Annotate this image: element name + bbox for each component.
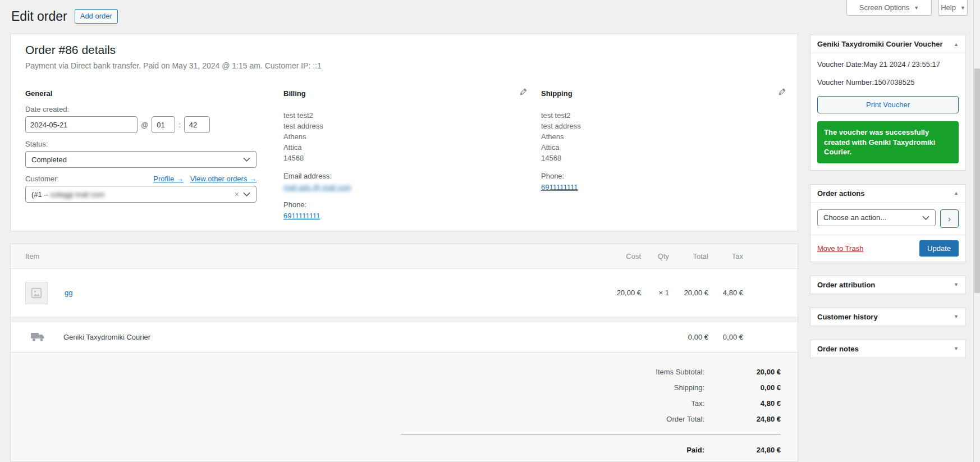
column-cost: Cost <box>590 252 641 260</box>
update-button[interactable]: Update <box>919 240 959 257</box>
product-qty: × 1 <box>641 289 669 297</box>
order-attribution-header[interactable]: Order attribution ▼ <box>810 276 965 294</box>
customer-history-header[interactable]: Customer history ▼ <box>810 308 965 326</box>
collapse-down-icon[interactable]: ▼ <box>954 314 959 319</box>
billing-address-line: Attica <box>283 142 509 153</box>
chevron-down-icon <box>922 216 929 220</box>
date-created-input[interactable] <box>25 116 138 133</box>
voucher-panel-header[interactable]: Geniki Taxydromiki Courier Voucher ▲ <box>810 35 965 53</box>
edit-billing-pencil-icon[interactable] <box>519 87 528 97</box>
billing-email-label: Email address: <box>283 171 509 181</box>
total-row-order-total: Order Total: 24,80 € <box>11 411 798 427</box>
scrollbar-thumb[interactable] <box>974 68 980 293</box>
billing-address-line: Athens <box>283 131 509 142</box>
voucher-date: Voucher Date:May 21 2024 / 23:55:17 <box>817 60 959 69</box>
shipping-phone-row: 6911111111 <box>541 182 767 192</box>
billing-phone-row: 6911111111 <box>283 211 509 221</box>
shipping-method-name: Geniki Taxydromiki Courier <box>63 333 150 341</box>
order-actions-footer: Move to Trash Update <box>810 235 965 262</box>
order-actions-title: Order actions <box>817 189 865 198</box>
collapse-down-icon[interactable]: ▼ <box>954 282 959 287</box>
billing-email-link[interactable]: mail ads @ mail com <box>283 183 351 191</box>
voucher-panel: Geniki Taxydromiki Courier Voucher ▲ Vou… <box>810 35 966 171</box>
billing-address-line: test test2 <box>283 110 509 121</box>
shipping-address-line: 14568 <box>541 153 767 163</box>
paid-label: Paid: <box>686 446 704 454</box>
collapse-up-icon[interactable]: ▲ <box>954 190 959 196</box>
total-row-shipping: Shipping: 0,00 € <box>11 379 798 395</box>
customer-links: Profile → View other orders → <box>153 175 257 183</box>
action-row: Choose an action... › <box>817 209 959 228</box>
print-voucher-button[interactable]: Print Voucher <box>817 96 959 113</box>
shipping-tax: 0,00 € <box>708 333 743 341</box>
page-title: Edit order <box>11 8 67 25</box>
view-other-orders-link[interactable]: View other orders → <box>190 175 257 183</box>
edit-shipping-pencil-icon[interactable] <box>777 87 787 97</box>
total-label: Shipping: <box>674 383 704 392</box>
voucher-panel-body: Voucher Date:May 21 2024 / 23:55:17 Vouc… <box>810 53 965 170</box>
status-select[interactable]: Completed <box>25 151 257 168</box>
chevron-down-icon: ▼ <box>914 5 919 11</box>
totals-divider <box>401 434 781 434</box>
help-label: Help <box>941 3 956 12</box>
column-qty: Qty <box>641 252 669 260</box>
add-order-button[interactable]: Add order <box>75 9 118 24</box>
shipping-total: 0,00 € <box>669 333 708 341</box>
customer-label: Customer: <box>25 175 59 183</box>
customer-select[interactable]: (#1 – coleggi mail com × <box>25 186 257 203</box>
row-separator <box>11 317 798 322</box>
help-tab[interactable]: Help ▼ <box>938 0 968 16</box>
shipping-address-line: test test2 <box>541 110 767 121</box>
voucher-panel-title: Geniki Taxydromiki Courier Voucher <box>817 40 942 48</box>
total-value: 24,80 € <box>704 415 781 423</box>
shipping-phone-link[interactable]: 6911111111 <box>541 183 578 191</box>
customer-value-redacted: coleggi mail com <box>50 190 104 199</box>
order-actions-body: Choose an action... › <box>810 202 965 235</box>
billing-column: Billing test test2 test address Athens A… <box>283 89 509 221</box>
collapse-up-icon[interactable]: ▲ <box>954 42 959 47</box>
shipping-address-line: Athens <box>541 131 767 142</box>
customer-label-row: Customer: Profile → View other orders → <box>25 175 257 183</box>
page-title-row: Edit order Add order <box>11 8 118 25</box>
customer-history-panel: Customer history ▼ <box>810 308 966 326</box>
order-notes-title: Order notes <box>817 345 859 353</box>
billing-heading: Billing <box>283 89 509 98</box>
table-row-product: gg 20,00 € × 1 20,00 € 4,80 € <box>11 269 798 317</box>
product-total: 20,00 € <box>669 289 708 297</box>
order-action-select[interactable]: Choose an action... <box>817 209 936 226</box>
total-row-subtotal: Items Subtotal: 20,00 € <box>11 364 798 379</box>
chevron-right-icon: › <box>948 214 951 223</box>
at-separator: @ <box>141 121 148 129</box>
collapse-down-icon[interactable]: ▼ <box>954 346 959 351</box>
order-totals-section: Items Subtotal: 20,00 € Shipping: 0,00 €… <box>11 352 798 462</box>
page-scrollbar[interactable] <box>973 0 980 462</box>
total-value: 20,00 € <box>704 368 781 376</box>
voucher-success-notice: The voucher was successfully created wit… <box>817 121 959 163</box>
date-created-label: Date created: <box>25 105 257 113</box>
product-tax: 4,80 € <box>708 289 743 297</box>
apply-action-button[interactable]: › <box>940 209 959 228</box>
product-cell: gg <box>25 282 590 304</box>
billing-phone-link[interactable]: 6911111111 <box>283 212 320 220</box>
order-attribution-title: Order attribution <box>817 281 875 289</box>
screen-options-tab[interactable]: Screen Options ▼ <box>846 0 932 16</box>
order-attribution-panel: Order attribution ▼ <box>810 276 966 294</box>
product-name-link[interactable]: gg <box>65 289 72 297</box>
hour-input[interactable] <box>152 116 175 133</box>
minute-input[interactable] <box>184 116 210 133</box>
truck-icon <box>31 332 45 343</box>
move-to-trash-link[interactable]: Move to Trash <box>817 244 863 253</box>
order-notes-header[interactable]: Order notes ▼ <box>810 340 965 358</box>
order-action-select-value: Choose an action... <box>823 213 886 222</box>
voucher-number: Voucher Number:1507038525 <box>817 78 959 87</box>
profile-link[interactable]: Profile → <box>153 175 183 183</box>
sidebar: Geniki Taxydromiki Courier Voucher ▲ Vou… <box>810 35 966 372</box>
column-total: Total <box>669 252 708 260</box>
billing-address-line: 14568 <box>283 153 509 163</box>
status-select-value: Completed <box>31 155 67 164</box>
table-row-shipping: Geniki Taxydromiki Courier 0,00 € 0,00 € <box>11 322 798 352</box>
clear-selection-icon[interactable]: × <box>235 190 239 199</box>
order-actions-header[interactable]: Order actions ▲ <box>810 185 965 202</box>
chevron-down-icon <box>243 192 250 196</box>
shipping-column: Shipping test test2 test address Athens … <box>541 89 767 192</box>
